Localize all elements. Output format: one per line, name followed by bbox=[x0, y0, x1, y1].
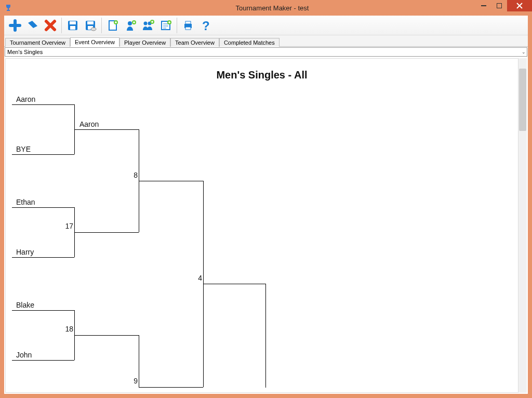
content-area: Men's Singles - All Aaron BYE Ethan Harr… bbox=[4, 57, 528, 394]
svg-point-13 bbox=[144, 21, 148, 25]
new-document-button[interactable] bbox=[104, 17, 122, 34]
bracket-title: Men's Singles - All bbox=[6, 69, 518, 81]
match-number: 8 bbox=[130, 171, 138, 179]
svg-rect-0 bbox=[481, 5, 486, 6]
close-button[interactable] bbox=[507, 0, 532, 11]
titlebar[interactable]: Tournament Maker - test bbox=[0, 0, 532, 16]
add-note-button[interactable] bbox=[157, 17, 175, 34]
player-label: Aaron bbox=[79, 120, 99, 128]
player-label: Ethan bbox=[16, 198, 35, 206]
app-icon bbox=[4, 4, 12, 12]
svg-rect-4 bbox=[70, 26, 75, 30]
player-label: Harry bbox=[16, 248, 34, 256]
window-title: Tournament Maker - test bbox=[12, 4, 532, 12]
save-button[interactable] bbox=[64, 17, 82, 34]
match-number: 9 bbox=[130, 377, 138, 385]
player-label: Aaron bbox=[16, 95, 35, 103]
event-dropdown-value: Men's Singles bbox=[7, 49, 43, 55]
add-team-button[interactable] bbox=[139, 17, 157, 34]
svg-rect-20 bbox=[185, 27, 191, 30]
svg-rect-19 bbox=[185, 21, 191, 24]
tab-event-overview[interactable]: Event Overview bbox=[70, 37, 119, 47]
player-label: Blake bbox=[16, 301, 34, 309]
toolbar-separator bbox=[101, 18, 102, 33]
minimize-button[interactable] bbox=[476, 0, 491, 11]
svg-point-8 bbox=[91, 28, 96, 31]
bracket-canvas[interactable]: Men's Singles - All Aaron BYE Ethan Harr… bbox=[5, 58, 518, 393]
match-number: 18 bbox=[63, 325, 73, 333]
player-label: BYE bbox=[16, 145, 31, 153]
maximize-button[interactable] bbox=[491, 0, 507, 11]
toolbar-separator bbox=[61, 18, 62, 33]
svg-point-11 bbox=[128, 21, 132, 25]
add-button[interactable] bbox=[6, 17, 24, 34]
svg-rect-3 bbox=[70, 21, 76, 24]
chevron-down-icon: ⌄ bbox=[522, 49, 526, 55]
vertical-scrollbar[interactable] bbox=[518, 58, 527, 393]
help-button[interactable]: ? bbox=[197, 17, 215, 34]
player-label: John bbox=[16, 351, 32, 359]
tab-completed-matches[interactable]: Completed Matches bbox=[219, 38, 280, 47]
svg-rect-6 bbox=[87, 21, 94, 24]
svg-rect-1 bbox=[497, 3, 502, 8]
toolbar: ? bbox=[4, 16, 528, 35]
open-button[interactable] bbox=[24, 17, 42, 34]
tab-bar: Tournament Overview Event Overview Playe… bbox=[4, 35, 528, 47]
match-number: 17 bbox=[63, 222, 73, 230]
toolbar-separator bbox=[177, 18, 177, 33]
svg-text:?: ? bbox=[202, 19, 210, 32]
print-button[interactable] bbox=[179, 17, 197, 34]
save-as-button[interactable] bbox=[82, 17, 99, 34]
tab-team-overview[interactable]: Team Overview bbox=[170, 38, 219, 47]
event-dropdown[interactable]: Men's Singles ⌄ bbox=[5, 47, 527, 57]
scrollbar-thumb[interactable] bbox=[519, 69, 526, 131]
tab-player-overview[interactable]: Player Overview bbox=[119, 38, 170, 47]
match-number: 4 bbox=[195, 274, 202, 282]
add-player-button[interactable] bbox=[122, 17, 139, 34]
tab-tournament-overview[interactable]: Tournament Overview bbox=[5, 38, 70, 47]
delete-button[interactable] bbox=[42, 17, 59, 34]
